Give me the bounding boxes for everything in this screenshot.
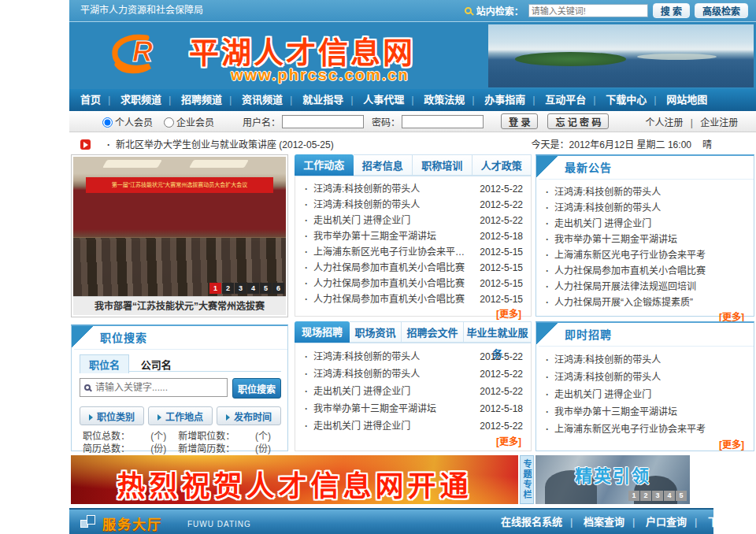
ticker-arrow-icon bbox=[80, 139, 91, 150]
slider-photo[interactable]: 第一届“江苏技能状元”大赛常州选拔赛动员大会扩大会议 bbox=[73, 157, 286, 296]
link-download-center[interactable]: 下载中心 bbox=[708, 516, 749, 528]
banner-page-2[interactable]: 2 bbox=[640, 491, 651, 501]
slider-page-4[interactable]: 4 bbox=[247, 283, 259, 294]
slider-page-5[interactable]: 5 bbox=[260, 283, 272, 294]
news-row: 走出机关门 进得企业门2012-5-22 bbox=[295, 213, 531, 228]
tab-title-training[interactable]: 职称培训 bbox=[413, 154, 472, 176]
date-weather: 今天是：2012年6月12日 星期二 16:00 晴 bbox=[532, 135, 712, 154]
announcements-list: 汪鸿涛:科技创新的带头人 汪鸿涛:科技创新的带头人 走出机关门 进得企业门 我市… bbox=[536, 180, 754, 325]
stat-value: (个) bbox=[243, 430, 283, 443]
news-row: 汪鸿涛:科技创新的带头人2012-5-22 bbox=[295, 365, 531, 383]
slider-page-6[interactable]: 6 bbox=[272, 283, 284, 294]
nav-item-info[interactable]: 资讯频道 bbox=[242, 94, 283, 106]
slider-caption[interactable]: 我市部署“江苏技能状元”大赛常州选拔赛 bbox=[73, 296, 286, 315]
tab-talent-policy[interactable]: 人才政策 bbox=[472, 154, 532, 176]
nav-item-sitemap[interactable]: 网站地图 bbox=[666, 94, 707, 106]
nav-item-home[interactable]: 首页 bbox=[80, 94, 101, 106]
nav-item-jobseek[interactable]: 求职频道 bbox=[120, 94, 161, 106]
link-hukou-query[interactable]: 户口查询 bbox=[646, 516, 687, 528]
forgot-password-button[interactable]: 忘 记 密 码 bbox=[547, 113, 609, 129]
link-archive-query[interactable]: 档案查询 bbox=[584, 516, 624, 528]
site-search-input[interactable] bbox=[528, 4, 648, 17]
filter-date-button[interactable]: 发布时间 bbox=[217, 406, 281, 425]
news1-more-link[interactable]: [更多] bbox=[295, 307, 531, 322]
slider-page-2[interactable]: 2 bbox=[222, 283, 234, 294]
banner-page-5[interactable]: 5 bbox=[676, 491, 687, 501]
stat-value: (份) bbox=[243, 443, 283, 455]
job-search-header: 职位搜索 bbox=[72, 326, 287, 350]
tab-position-name[interactable]: 职位名 bbox=[80, 354, 129, 373]
job-row: 汪鸿涛:科技创新的带头人 bbox=[536, 351, 754, 369]
announcement-row: 人力社保局开展“入企锻炼提素质” bbox=[536, 295, 754, 310]
job-search-row: 职位搜索 bbox=[80, 378, 281, 399]
personal-member-radio[interactable]: 个人会员 bbox=[102, 115, 153, 128]
tab-jobfair-files[interactable]: 招聘会文件 bbox=[402, 321, 464, 343]
news-row: 走出机关门 进得企业门2012-5-22 bbox=[295, 417, 531, 435]
service-links: 在线报名系统| 档案查询| 户口查询| 下载中心| 民间职介 bbox=[501, 510, 756, 534]
company-member-radio-input[interactable] bbox=[164, 117, 174, 128]
special-column-strip: 专题专栏 bbox=[520, 455, 534, 504]
advanced-search-button[interactable]: 高级检索 bbox=[695, 3, 748, 18]
site-title: 平湖人才信息网 bbox=[189, 28, 415, 72]
filter-location-button[interactable]: 工作地点 bbox=[148, 406, 213, 425]
tab-graduate-services[interactable]: 毕业生就业服务 bbox=[464, 321, 532, 343]
tab-onsite-recruit[interactable]: 现场招聘 bbox=[295, 321, 350, 343]
nav-item-download[interactable]: 下载中心 bbox=[606, 94, 647, 106]
job-filters: 职位类别 工作地点 发布时间 bbox=[80, 406, 281, 425]
job-search-button[interactable]: 职位搜索 bbox=[232, 378, 281, 399]
service-hall-subtitle: FUWU DATING bbox=[187, 520, 251, 528]
nav-item-policy[interactable]: 政策法规 bbox=[424, 94, 465, 106]
tab-workplace-info[interactable]: 职场资讯 bbox=[350, 321, 402, 343]
link-online-registration[interactable]: 在线报名系统 bbox=[501, 516, 562, 528]
slider-pagination: 1 2 3 4 5 6 bbox=[209, 283, 284, 294]
nav-item-services[interactable]: 办事指南 bbox=[484, 94, 525, 106]
filter-category-button[interactable]: 职位类别 bbox=[80, 406, 144, 425]
tab-exam-info[interactable]: 招考信息 bbox=[354, 154, 413, 176]
service-hall-bar: 服务大厅 FUWU DATING 在线报名系统| 档案查询| 户口查询| 下载中… bbox=[69, 508, 713, 534]
celebration-banner[interactable]: 热烈祝贺人才信息网开通 bbox=[71, 455, 518, 504]
password-field[interactable] bbox=[402, 115, 484, 128]
personal-member-radio-input[interactable] bbox=[102, 117, 113, 128]
ticker-news-link[interactable]: 新北区举办大学生创业与就业政策讲座 (2012-05-25) bbox=[107, 135, 334, 154]
nav-item-recruit[interactable]: 招聘频道 bbox=[181, 94, 222, 106]
news2-more-link[interactable]: [更多] bbox=[295, 435, 531, 450]
announcements-title: 最新公告 bbox=[565, 156, 612, 180]
personal-register-link[interactable]: 个人注册 bbox=[645, 117, 683, 128]
news-row: 汪鸿涛:科技创新的带头人2012-5-22 bbox=[295, 181, 531, 197]
company-member-radio[interactable]: 企业会员 bbox=[164, 115, 214, 128]
job-row: 走出机关门 进得企业门 bbox=[536, 386, 754, 403]
header-cityscape-photo bbox=[488, 24, 754, 87]
search-icon bbox=[84, 384, 91, 391]
password-label: 密码： bbox=[372, 115, 400, 128]
tab-work-news[interactable]: 工作动态 bbox=[295, 154, 354, 176]
news-row: 汪鸿涛:科技创新的带头人2012-5-22 bbox=[295, 197, 531, 213]
banner-page-4[interactable]: 4 bbox=[664, 491, 675, 501]
job-keyword-input[interactable] bbox=[95, 382, 223, 393]
site-logo-icon: R bbox=[107, 30, 180, 79]
elite-photo-banner[interactable]: 精英引领 1 2 3 4 5 bbox=[536, 455, 690, 504]
banner-page-3[interactable]: 3 bbox=[652, 491, 663, 501]
main-nav: 首页| 求职频道| 招聘频道| 资讯频道| 就业指导| 人事代理| 政策法规| … bbox=[69, 89, 756, 111]
tab-company-name[interactable]: 公司名 bbox=[132, 355, 180, 373]
news2-list: 汪鸿涛:科技创新的带头人2012-5-22 汪鸿涛:科技创新的带头人2012-5… bbox=[295, 343, 532, 451]
slider-page-3[interactable]: 3 bbox=[235, 283, 246, 294]
service-hall-title: 服务大厅 bbox=[102, 514, 162, 533]
login-button[interactable]: 登 录 bbox=[501, 113, 538, 129]
slider-page-1[interactable]: 1 bbox=[209, 283, 221, 294]
elite-banner-text: 精英引领 bbox=[575, 462, 650, 487]
ceiling-light bbox=[189, 160, 249, 168]
company-register-link[interactable]: 企业注册 bbox=[700, 117, 738, 128]
nav-item-interact[interactable]: 互动平台 bbox=[545, 94, 586, 106]
site-url: www.phrcsc.com.cn bbox=[231, 66, 410, 84]
nav-item-guidance[interactable]: 就业指导 bbox=[302, 94, 343, 106]
banner-page-1[interactable]: 1 bbox=[628, 491, 639, 501]
weather-text: 晴 bbox=[702, 135, 712, 154]
search-icon bbox=[465, 7, 472, 14]
search-button[interactable]: 搜 索 bbox=[653, 3, 690, 18]
service-hall-icon bbox=[80, 515, 96, 529]
nav-item-hr-agency[interactable]: 人事代理 bbox=[363, 94, 404, 106]
instant-jobs-title: 即时招聘 bbox=[565, 323, 612, 347]
username-field[interactable] bbox=[282, 115, 364, 128]
instant-jobs-more-link[interactable]: [更多] bbox=[536, 438, 754, 453]
island-graphic bbox=[515, 52, 627, 66]
